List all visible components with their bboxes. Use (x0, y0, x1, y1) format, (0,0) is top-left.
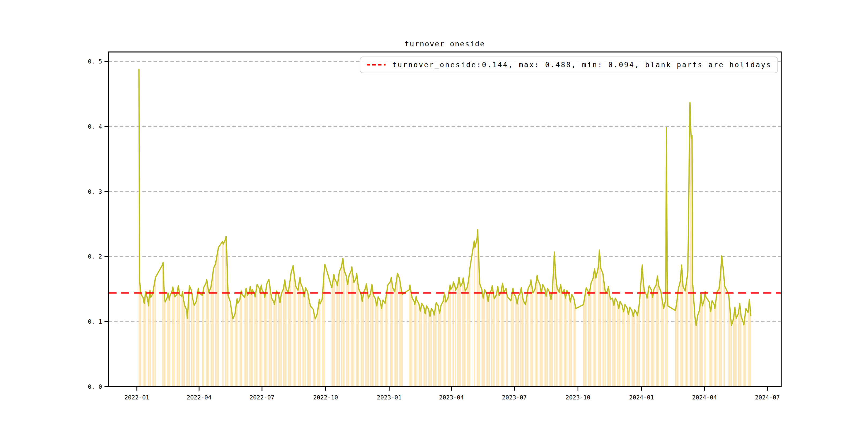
day-bar (585, 292, 586, 386)
day-bar (516, 301, 517, 386)
day-bar (372, 284, 372, 386)
day-bar (649, 286, 649, 386)
day-bar (381, 305, 381, 386)
day-bar (275, 296, 276, 386)
y-tick-label: 0. 2 (88, 253, 102, 260)
x-tick-label: 2022-10 (313, 394, 338, 401)
day-bar (280, 303, 280, 386)
day-bar (711, 306, 712, 386)
day-bar (317, 314, 317, 386)
x-tick-label: 2024-01 (629, 394, 654, 401)
day-bar (702, 306, 703, 386)
day-bar (474, 241, 474, 386)
day-bar (269, 284, 270, 386)
day-bar (618, 309, 619, 386)
day-bar (416, 300, 417, 386)
day-bar (574, 298, 574, 386)
x-tick-label: 2022-01 (124, 394, 149, 401)
day-bar (608, 286, 609, 386)
day-bar (184, 305, 185, 386)
day-bar (453, 282, 454, 386)
day-bar (206, 279, 207, 386)
day-bar (595, 278, 596, 386)
day-bar (299, 281, 300, 386)
day-bar (494, 299, 495, 386)
day-bar (696, 321, 697, 386)
day-bar (164, 298, 165, 386)
day-bar (337, 286, 338, 386)
day-bar (540, 289, 541, 386)
day-bar (435, 311, 435, 386)
day-bar (371, 289, 372, 386)
day-bar (322, 300, 322, 386)
day-bar (259, 288, 259, 386)
day-bar (366, 284, 367, 386)
day-bar (731, 326, 732, 386)
day-bar (212, 279, 212, 386)
day-bar (275, 300, 275, 386)
day-bar (656, 280, 657, 386)
day-bar (569, 294, 569, 386)
day-bar (247, 296, 248, 386)
day-bar (420, 311, 421, 386)
day-bar (290, 279, 291, 386)
day-bar (749, 300, 750, 386)
day-bar (314, 316, 315, 386)
day-bar (155, 281, 155, 386)
day-bar (545, 288, 545, 386)
day-bar (545, 292, 546, 386)
day-bar (537, 275, 537, 386)
day-bar (741, 316, 741, 386)
day-bar (464, 287, 465, 386)
day-bar (677, 296, 678, 386)
day-bar (496, 295, 497, 386)
day-bar (629, 307, 630, 386)
day-bar (661, 292, 661, 386)
day-bar (225, 240, 225, 386)
day-bar (431, 312, 431, 386)
day-bar (567, 290, 567, 386)
day-bar (639, 307, 639, 386)
day-bar (175, 297, 175, 386)
day-bar (569, 298, 570, 386)
day-bar (165, 302, 165, 386)
day-bar (226, 236, 226, 386)
day-bar (149, 296, 150, 386)
day-bar (334, 279, 335, 386)
day-bar (719, 284, 720, 386)
day-bar (429, 313, 429, 386)
day-bar (681, 274, 681, 386)
day-bar (575, 305, 576, 386)
day-bar (624, 309, 624, 386)
day-bar (217, 255, 217, 386)
day-bar (278, 295, 279, 386)
day-bar (484, 289, 485, 386)
day-bar (222, 242, 223, 386)
day-bar (338, 280, 338, 386)
day-bar (498, 291, 499, 386)
day-bar (193, 303, 194, 386)
chart-title: turnover oneside (108, 40, 781, 50)
day-bar (293, 266, 293, 386)
day-bar (303, 288, 303, 386)
day-bar (410, 289, 411, 386)
day-bar (681, 265, 682, 386)
day-bar (309, 303, 310, 386)
day-bar (390, 281, 391, 386)
day-bar (731, 318, 731, 386)
day-bar (658, 286, 659, 386)
day-bar (531, 280, 531, 386)
day-bar (284, 280, 285, 386)
day-bar (415, 301, 416, 386)
day-bar (183, 297, 184, 386)
day-bar (419, 304, 419, 386)
day-bar (735, 313, 736, 386)
day-bar (347, 280, 347, 386)
day-bar (232, 319, 233, 386)
day-bar (555, 267, 555, 386)
day-bar (422, 303, 422, 386)
day-bar (469, 274, 470, 386)
day-bar (425, 314, 426, 386)
day-bar (566, 294, 566, 386)
day-bar (286, 289, 286, 386)
